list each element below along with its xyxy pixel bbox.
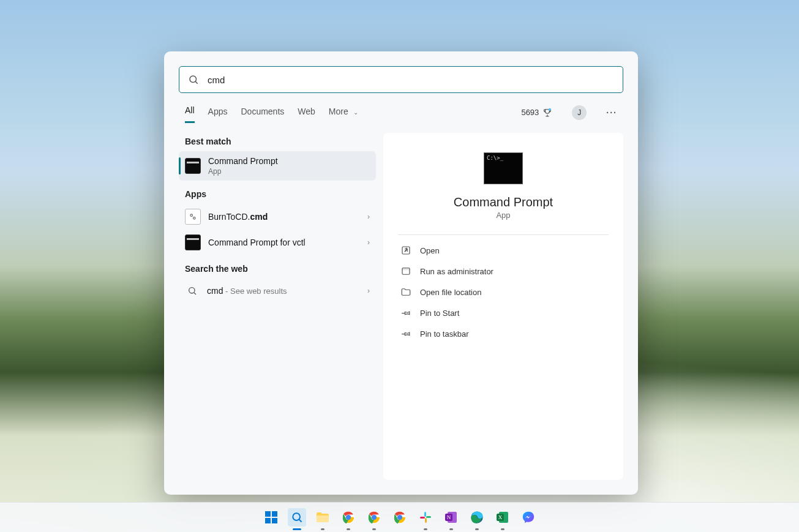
action-open[interactable]: Open: [398, 240, 609, 261]
svg-point-23: [397, 515, 402, 520]
svg-rect-11: [272, 511, 277, 517]
action-label: Open: [420, 246, 440, 255]
chrome-profile-1[interactable]: [339, 508, 358, 526]
result-title: Command Prompt: [208, 156, 278, 166]
chrome-profile-3[interactable]: [391, 508, 409, 526]
preview-pane: Command Prompt App Open Run as administr…: [383, 133, 623, 480]
script-file-icon: [185, 209, 201, 225]
rewards-points[interactable]: 5693: [521, 108, 552, 118]
svg-rect-12: [265, 518, 271, 523]
action-run-admin[interactable]: Run as administrator: [398, 261, 609, 282]
search-button[interactable]: [288, 508, 306, 526]
chrome-icon: [342, 511, 355, 524]
chrome-icon: [393, 511, 407, 524]
section-web: Search the web: [185, 264, 370, 274]
preview-title: Command Prompt: [454, 195, 553, 209]
svg-rect-10: [265, 511, 271, 517]
tab-apps[interactable]: Apps: [208, 103, 228, 122]
start-button[interactable]: [262, 508, 280, 526]
search-bar[interactable]: [179, 66, 623, 93]
action-label: Run as administrator: [420, 267, 493, 276]
svg-line-15: [299, 520, 301, 522]
messenger-icon: [522, 511, 535, 524]
action-label: Pin to Start: [420, 309, 459, 318]
svg-rect-9: [402, 268, 410, 270]
svg-point-14: [293, 513, 300, 520]
taskbar: N X: [0, 502, 799, 532]
tab-documents[interactable]: Documents: [241, 103, 284, 122]
overflow-menu[interactable]: ···: [606, 108, 617, 118]
svg-point-5: [189, 288, 195, 293]
svg-rect-24: [424, 512, 426, 517]
result-subtitle: App: [208, 167, 278, 176]
tab-all[interactable]: All: [185, 102, 195, 123]
chevron-right-icon: ›: [367, 287, 370, 295]
folder-icon: [315, 511, 330, 523]
pin-icon: [400, 328, 411, 339]
result-title: cmd - See web results: [207, 286, 287, 296]
tab-more-label: More: [329, 107, 348, 116]
action-label: Open file location: [420, 288, 481, 297]
svg-point-21: [371, 515, 376, 520]
svg-text:N: N: [446, 514, 451, 520]
search-input[interactable]: [206, 74, 614, 86]
gear-icon: [189, 212, 197, 221]
tab-more[interactable]: More ⌄: [329, 103, 358, 122]
svg-point-2: [549, 108, 551, 110]
chrome-icon: [367, 511, 381, 524]
result-cmd-vctl[interactable]: Command Prompt for vctl ›: [179, 230, 376, 255]
results-list: Best match Command Prompt App Apps BurnT…: [179, 133, 376, 480]
command-prompt-icon: [185, 234, 201, 250]
chevron-right-icon: ›: [367, 212, 370, 221]
search-icon: [291, 511, 303, 523]
result-burntocd[interactable]: BurnToCD.cmd ›: [179, 204, 376, 230]
command-prompt-icon: [484, 152, 523, 184]
file-explorer-button[interactable]: [313, 508, 332, 526]
action-open-location[interactable]: Open file location: [398, 282, 609, 302]
section-apps: Apps: [185, 189, 370, 199]
svg-text:X: X: [498, 514, 502, 520]
edge-button[interactable]: [468, 508, 486, 526]
edge-icon: [470, 511, 484, 524]
open-icon: [400, 245, 411, 256]
chevron-down-icon: ⌄: [353, 109, 358, 116]
svg-line-1: [195, 81, 197, 83]
result-title: Command Prompt for vctl: [208, 238, 306, 247]
excel-button[interactable]: X: [493, 508, 512, 526]
svg-point-4: [193, 217, 196, 220]
rewards-points-value: 5693: [521, 108, 539, 117]
action-pin-taskbar[interactable]: Pin to taskbar: [398, 323, 609, 344]
excel-icon: X: [496, 511, 509, 524]
onenote-button[interactable]: N: [442, 508, 460, 526]
folder-icon: [400, 287, 411, 298]
svg-point-0: [190, 76, 197, 83]
command-prompt-icon: [185, 158, 201, 174]
search-icon: [185, 283, 200, 298]
svg-rect-13: [272, 518, 277, 523]
user-avatar[interactable]: J: [572, 105, 587, 120]
svg-point-3: [190, 214, 193, 217]
search-panel: All Apps Documents Web More ⌄ 5693 J ···…: [164, 51, 638, 495]
slack-button[interactable]: [416, 508, 435, 526]
onenote-icon: N: [445, 511, 458, 524]
windows-icon: [264, 511, 278, 524]
filter-tabs: All Apps Documents Web More ⌄ 5693 J ···: [164, 93, 638, 123]
section-best-match: Best match: [185, 137, 370, 146]
svg-rect-27: [420, 517, 425, 519]
search-icon: [188, 74, 199, 85]
divider: [398, 234, 609, 235]
action-pin-start[interactable]: Pin to Start: [398, 302, 609, 323]
svg-rect-26: [425, 518, 427, 523]
svg-rect-25: [426, 516, 431, 518]
tab-web[interactable]: Web: [298, 103, 315, 122]
preview-subtitle: App: [496, 211, 510, 220]
result-command-prompt[interactable]: Command Prompt App: [179, 151, 376, 181]
action-label: Pin to taskbar: [420, 329, 469, 339]
slack-icon: [419, 511, 432, 523]
result-web-search[interactable]: cmd - See web results ›: [179, 279, 376, 303]
chrome-profile-2[interactable]: [365, 508, 383, 526]
svg-line-6: [194, 293, 196, 294]
result-title: BurnToCD.cmd: [208, 212, 268, 222]
svg-rect-16: [317, 515, 329, 522]
messenger-button[interactable]: [519, 508, 538, 526]
